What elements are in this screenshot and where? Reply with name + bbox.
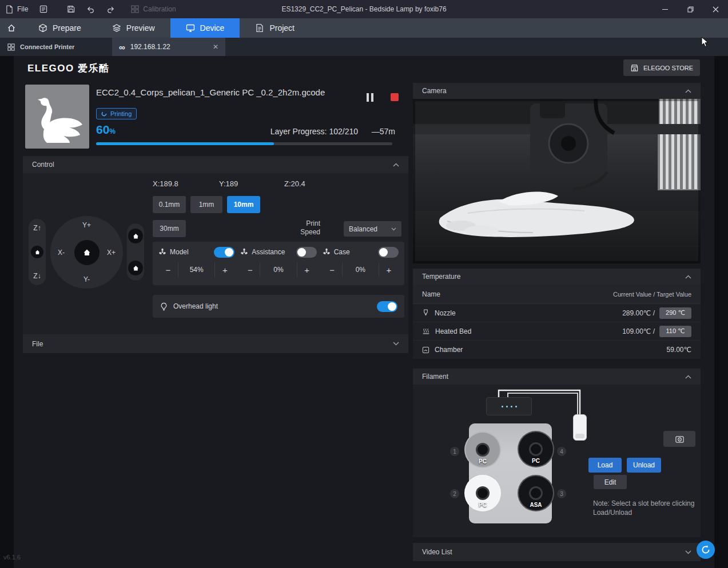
close-button[interactable] <box>703 0 728 18</box>
assistance-fan-toggle[interactable] <box>296 247 317 258</box>
step-30mm-button[interactable]: 30mm <box>153 220 186 237</box>
jog-z-up-button[interactable]: Z↑ <box>33 224 41 232</box>
notes-icon <box>39 5 47 13</box>
control-panel-header[interactable]: Control <box>23 156 408 173</box>
heated-bed-label: Heated Bed <box>435 327 471 335</box>
refresh-icon <box>701 545 711 555</box>
file-panel: File <box>23 334 408 353</box>
minimize-button[interactable] <box>653 0 678 18</box>
printer-infinity-icon: ∞ <box>119 42 125 52</box>
nozzle-current: 289.00℃ / <box>622 309 655 317</box>
filament-settings-button[interactable] <box>663 431 695 447</box>
video-list-header[interactable]: Video List <box>413 543 701 561</box>
camera-title: Camera <box>422 87 447 95</box>
version-label: v6.1.6 <box>3 554 21 561</box>
chevron-down-icon <box>391 227 396 231</box>
filament-slot-2[interactable]: PC <box>464 475 501 511</box>
coordinate-y: Y:189 <box>219 179 238 188</box>
status-label: Printing <box>110 110 132 117</box>
maximize-button[interactable] <box>678 0 703 18</box>
case-fan-toggle[interactable] <box>378 247 399 258</box>
layer-progress: Layer Progress: 102/210 <box>270 127 358 136</box>
file-panel-header[interactable]: File <box>23 334 408 353</box>
case-fan-increase-button[interactable]: + <box>379 265 399 275</box>
tab-preview[interactable]: Preview <box>97 18 170 38</box>
home-bed-button[interactable] <box>128 261 143 275</box>
title-bar: File Calibration <box>0 0 728 18</box>
jog-y-minus-button[interactable]: Y- <box>83 275 90 283</box>
tab-project[interactable]: Project <box>240 18 310 38</box>
stop-button[interactable] <box>387 90 402 105</box>
redo-icon <box>106 5 115 14</box>
printer-tab-192-168-1-22[interactable]: ∞ 192.168.1.22 ✕ <box>112 38 225 56</box>
spool-hole <box>529 442 543 456</box>
tab-device[interactable]: Device <box>170 18 240 38</box>
filament-slot-3[interactable]: ASA <box>518 475 554 511</box>
step-0p1mm-button[interactable]: 0.1mm <box>153 196 186 213</box>
xy-jog-pad[interactable]: Y+ Y- X- X+ <box>50 216 123 289</box>
edit-button[interactable]: Edit <box>594 475 627 489</box>
home-all-button[interactable] <box>74 240 100 265</box>
load-button[interactable]: Load <box>588 458 622 473</box>
unload-button[interactable]: Unload <box>627 458 661 473</box>
model-fan-increase-button[interactable]: + <box>215 265 234 275</box>
model-fan-group: Model − 54% + <box>158 246 234 282</box>
preview-icon <box>112 23 121 33</box>
step-1mm-button[interactable]: 1mm <box>190 196 222 213</box>
job-filename: ECC2_0.4_Corps_pelican_1_Generic PC _0.2… <box>96 87 325 97</box>
filament-slot-4[interactable]: PC <box>518 431 554 467</box>
chevron-up-icon <box>685 275 691 279</box>
jog-x-plus-button[interactable]: X+ <box>107 249 116 257</box>
redo-button[interactable] <box>101 0 121 18</box>
assistance-fan-group: Assistance − 0% + <box>240 246 316 282</box>
model-fan-value: 54% <box>178 262 215 277</box>
home-z-button[interactable] <box>31 246 43 258</box>
file-menu-label: File <box>17 5 28 13</box>
assistance-fan-increase-button[interactable]: + <box>297 265 317 275</box>
printer-tab-bar: Connected Printer ∞ 192.168.1.22 ✕ <box>0 38 728 56</box>
slot-number-4: 4 <box>557 447 566 456</box>
connected-printer-section[interactable]: Connected Printer <box>0 38 112 56</box>
elegoo-store-button[interactable]: ELEGOO STORE <box>623 59 700 76</box>
printer-tab-close-icon[interactable]: ✕ <box>213 43 218 51</box>
printer-grid-icon <box>7 43 15 51</box>
refresh-button[interactable] <box>697 541 715 559</box>
nozzle-icon <box>422 309 429 317</box>
jog-x-minus-button[interactable]: X- <box>58 249 65 257</box>
filament-slot-1[interactable]: PC <box>464 431 501 468</box>
nozzle-target-input[interactable]: 290 ℃ <box>659 307 691 319</box>
status-badge: Printing <box>96 108 137 119</box>
calibration-button[interactable]: Calibration <box>125 0 181 18</box>
undo-button[interactable] <box>81 0 101 18</box>
home-icon <box>7 23 16 33</box>
home-button[interactable] <box>0 18 23 38</box>
tab-prepare[interactable]: Prepare <box>23 18 97 38</box>
camera-panel-header[interactable]: Camera <box>413 83 701 99</box>
temperature-panel-header[interactable]: Temperature <box>413 269 701 285</box>
case-fan-decrease-button[interactable]: − <box>323 265 342 275</box>
jog-y-plus-button[interactable]: Y+ <box>82 221 91 229</box>
jog-z-down-button[interactable]: Z↓ <box>33 272 41 280</box>
print-speed-dropdown[interactable]: Balanced <box>344 221 401 237</box>
file-menu[interactable]: File <box>0 0 34 18</box>
step-10mm-button[interactable]: 10mm <box>227 196 260 213</box>
tab-project-label: Project <box>269 23 295 33</box>
spool-hole <box>476 486 490 500</box>
filament-note: Note: Select a slot before clicking Load… <box>593 499 696 517</box>
pause-button[interactable] <box>363 90 377 105</box>
coordinate-x: X:189.8 <box>153 179 178 188</box>
notes-button[interactable] <box>34 0 53 18</box>
time-remaining: —57m <box>372 127 395 136</box>
prepare-icon <box>38 23 47 33</box>
heated-bed-target-input[interactable]: 110 ℃ <box>659 326 691 337</box>
filament-panel-header[interactable]: Filament <box>413 369 701 385</box>
model-fan-decrease-button[interactable]: − <box>158 265 178 275</box>
assistance-fan-decrease-button[interactable]: − <box>240 265 260 275</box>
save-button[interactable] <box>61 0 81 18</box>
home-xy-button[interactable] <box>128 229 143 243</box>
coordinate-z: Z:20.4 <box>284 179 305 188</box>
chamber-label: Chamber <box>435 346 463 354</box>
overhead-light-row: Overhead light <box>153 295 404 318</box>
model-fan-toggle[interactable] <box>214 247 234 258</box>
overhead-light-toggle[interactable] <box>377 301 397 312</box>
